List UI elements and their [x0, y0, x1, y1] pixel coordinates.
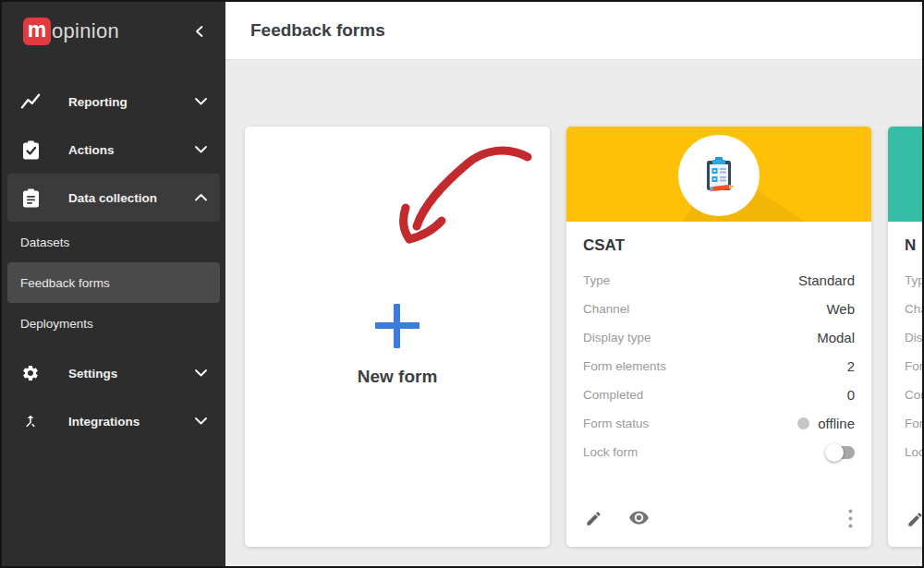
- sidebar-item-integrations[interactable]: Integrations: [2, 397, 225, 445]
- sidebar-item-feedback-forms[interactable]: Feedback forms: [7, 262, 220, 303]
- row-label: Type: [583, 273, 610, 287]
- lock-form-toggle[interactable]: [827, 446, 855, 459]
- gear-icon: [20, 364, 41, 382]
- detail-row: Channel: [905, 295, 922, 323]
- mopinion-logo-icon: m: [23, 18, 51, 45]
- form-icon-circle: [678, 135, 760, 216]
- chevron-down-icon: [195, 417, 207, 425]
- row-label: Type: [905, 273, 922, 287]
- csat-card-body: CSAT Type Standard Channel Web Display t…: [566, 222, 871, 547]
- new-form-card[interactable]: New form: [245, 127, 550, 547]
- lock-form-row: Lock form: [583, 438, 855, 466]
- chevron-left-icon: [194, 25, 205, 38]
- row-label: Completed: [583, 388, 643, 402]
- new-form-label: New form: [358, 367, 438, 387]
- card-footer: [583, 502, 855, 532]
- sidebar-collapse-button[interactable]: [194, 25, 205, 38]
- sidebar-item-data-collection[interactable]: Data collection: [7, 174, 220, 222]
- preview-button[interactable]: [628, 511, 650, 526]
- sidebar-item-label: Integrations: [68, 415, 140, 429]
- sidebar-item-deployments[interactable]: Deployments: [7, 303, 220, 344]
- sidebar-item-reporting[interactable]: Reporting: [2, 78, 225, 126]
- card-footer: [905, 503, 922, 532]
- logo[interactable]: m opinion: [2, 2, 225, 61]
- detail-row: Completed: [905, 381, 922, 409]
- detail-row: Form status: [905, 409, 922, 438]
- edit-button[interactable]: [906, 511, 922, 528]
- row-label: Completed: [905, 388, 922, 402]
- row-value: 2: [847, 358, 855, 374]
- row-label: Form elements: [905, 359, 922, 373]
- sidebar-item-actions[interactable]: Actions: [2, 126, 225, 174]
- row-label: Lock form: [905, 445, 922, 459]
- chevron-down-icon: [195, 98, 207, 105]
- row-label: Form status: [583, 417, 649, 430]
- partial-card: N Type Channel Display type Form element…: [888, 127, 922, 547]
- clipboard-list-icon: [20, 188, 41, 208]
- row-label: Form status: [905, 417, 922, 430]
- sidebar-item-label: Data collection: [68, 191, 157, 205]
- chevron-down-icon: [195, 146, 207, 153]
- sidebar-item-label: Settings: [68, 367, 117, 381]
- pencil-icon: [585, 510, 602, 527]
- row-label: Channel: [905, 302, 922, 316]
- logo-text: opinion: [52, 19, 119, 43]
- row-value: Modal: [817, 330, 855, 345]
- row-label: Display type: [583, 331, 651, 344]
- new-form-content: New form: [358, 304, 438, 387]
- csat-card-header: [566, 127, 871, 222]
- row-value: Web: [826, 301, 855, 317]
- cards-container: New form: [225, 60, 922, 566]
- form-status-row: Form status offline: [583, 409, 855, 438]
- sidebar-item-label: Actions: [68, 143, 115, 157]
- page-header: Feedback forms: [225, 2, 922, 60]
- status-badge: offline: [818, 416, 855, 431]
- edit-button[interactable]: [585, 510, 602, 527]
- merge-icon: [20, 412, 41, 430]
- row-label: Form elements: [583, 359, 666, 373]
- csat-card: CSAT Type Standard Channel Web Display t…: [566, 127, 871, 547]
- chevron-down-icon: [195, 369, 207, 377]
- status-dot-icon: [797, 417, 809, 429]
- sidebar-item-datasets[interactable]: Datasets: [7, 222, 220, 262]
- clipboard-pencil-icon: [698, 154, 740, 197]
- detail-row: Channel Web: [583, 295, 855, 323]
- detail-row: Display type: [905, 323, 922, 352]
- detail-row: Lock form: [905, 438, 922, 466]
- page-title: Feedback forms: [250, 20, 385, 41]
- card-title: CSAT: [583, 236, 855, 255]
- chevron-up-icon: [195, 194, 207, 201]
- detail-row: Completed 0: [583, 381, 855, 409]
- clipboard-check-icon: [20, 140, 41, 160]
- sub-item-label: Feedback forms: [20, 276, 110, 290]
- row-label: Lock form: [583, 445, 638, 459]
- row-value: 0: [847, 387, 855, 403]
- row-label: Channel: [583, 302, 629, 316]
- partial-card-header: [888, 127, 922, 222]
- sidebar-nav: Reporting Actions Dat: [2, 61, 225, 445]
- data-collection-section: Data collection: [7, 174, 220, 222]
- line-chart-icon: [20, 92, 41, 111]
- partial-card-body: N Type Channel Display type Form element…: [888, 222, 922, 547]
- kebab-menu-icon: [848, 509, 853, 528]
- sidebar-item-settings[interactable]: Settings: [2, 349, 225, 397]
- main-area: Feedback forms New form: [225, 2, 922, 566]
- detail-row: Type Standard: [583, 266, 855, 295]
- toggle-knob: [825, 443, 844, 462]
- detail-row: Type: [905, 266, 922, 295]
- app-window: m opinion Reporting Actions: [0, 0, 924, 568]
- detail-row: Form elements: [905, 352, 922, 381]
- pencil-icon: [906, 511, 922, 528]
- sub-item-label: Deployments: [20, 317, 93, 331]
- row-label: Display type: [905, 331, 922, 344]
- plus-icon: [375, 304, 419, 348]
- row-value: Standard: [798, 272, 855, 288]
- card-title: N: [905, 236, 922, 255]
- detail-row: Form elements 2: [583, 352, 855, 381]
- sidebar-item-label: Reporting: [68, 95, 128, 109]
- sub-item-label: Datasets: [20, 236, 69, 249]
- eye-icon: [628, 511, 650, 526]
- detail-row: Display type Modal: [583, 323, 855, 352]
- sidebar: m opinion Reporting Actions: [2, 2, 225, 566]
- more-options-button[interactable]: [848, 509, 853, 528]
